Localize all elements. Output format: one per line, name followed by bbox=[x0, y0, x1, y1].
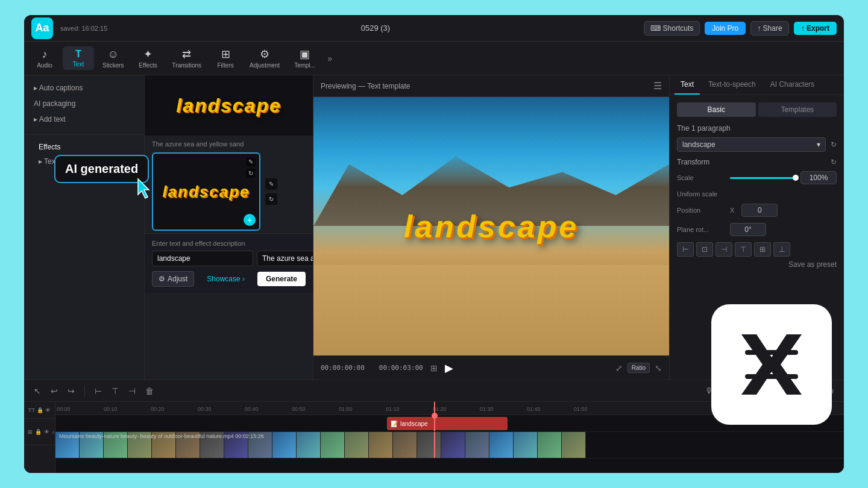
template-item-row: ✎ ↻ landscape + ✎ ↻ bbox=[145, 150, 313, 233]
align-right-btn[interactable]: ⊣ bbox=[715, 242, 732, 257]
svg-marker-0 bbox=[138, 179, 149, 198]
preview-menu-icon[interactable]: ☰ bbox=[653, 80, 662, 92]
transform-title[interactable]: Transform bbox=[677, 158, 709, 166]
play-button[interactable]: ▶ bbox=[445, 361, 453, 375]
scale-value-input[interactable] bbox=[800, 171, 837, 184]
generate-description-input[interactable] bbox=[257, 251, 313, 266]
paragraph-reset-btn[interactable]: ↻ bbox=[831, 140, 837, 149]
thumb-20 bbox=[538, 432, 562, 458]
scale-slider[interactable] bbox=[730, 177, 796, 179]
align-center-btn[interactable]: ⊡ bbox=[696, 242, 713, 257]
tl-grid-icon: ⊞ bbox=[28, 429, 33, 435]
generate-button[interactable]: Generate bbox=[257, 272, 306, 286]
card-refresh-btn[interactable]: ↻ bbox=[246, 169, 256, 178]
paragraph-dropdown[interactable]: landscape ▾ bbox=[677, 137, 826, 152]
export-button[interactable]: ↑ Export bbox=[794, 22, 837, 35]
position-x-input[interactable] bbox=[741, 204, 778, 217]
card-side-actions: ✎ ↻ bbox=[265, 178, 277, 205]
generate-text-input[interactable] bbox=[152, 251, 253, 266]
tab-tts[interactable]: Text-to-speech bbox=[702, 75, 762, 95]
stickers-label: Stickers bbox=[102, 62, 124, 69]
tab-text[interactable]: Text bbox=[675, 75, 700, 95]
card-side-edit[interactable]: ✎ bbox=[265, 178, 277, 190]
templates-label: Templ... bbox=[294, 62, 315, 69]
align-buttons: ⊢ ⊡ ⊣ ⊤ ⊞ ⊥ bbox=[677, 242, 837, 257]
card-side-refresh[interactable]: ↻ bbox=[265, 193, 277, 205]
toolbar-item-transitions[interactable]: ⇄ Transitions bbox=[166, 45, 208, 71]
right-section-tabs: Basic Templates bbox=[677, 102, 837, 117]
thumb-12 bbox=[345, 432, 369, 458]
align-top-btn[interactable]: ⊤ bbox=[735, 242, 752, 257]
tick-140: 01:40 bbox=[527, 406, 541, 412]
ai-generated-tooltip: AI generated bbox=[54, 155, 149, 183]
toolbar-more-button[interactable]: » bbox=[324, 54, 336, 63]
align-left-btn[interactable]: ⊢ bbox=[677, 242, 694, 257]
ai-tooltip-text: AI generated bbox=[65, 162, 138, 175]
ratio-button[interactable]: Ratio bbox=[627, 363, 650, 373]
clip-icon: 📝 bbox=[391, 421, 398, 427]
toolbar-item-templates[interactable]: ▣ Templ... bbox=[288, 45, 321, 71]
text-tool-icon: T bbox=[75, 49, 81, 60]
left-menu: ▸ Auto captions AI packaging ▸ Add text bbox=[24, 75, 144, 132]
toolbar-item-stickers[interactable]: ☺ Stickers bbox=[96, 46, 130, 71]
keyboard-icon: ⌨ bbox=[650, 24, 661, 33]
tl-undo[interactable]: ↩ bbox=[48, 385, 60, 397]
tl-trim-left[interactable]: ⊤ bbox=[109, 385, 121, 397]
uniform-scale-row: Uniform scale bbox=[677, 190, 837, 198]
save-preset-button[interactable]: Save as preset bbox=[677, 257, 837, 272]
adjust-button[interactable]: ⚙ Adjust bbox=[152, 271, 194, 287]
generate-label-btn: Generate bbox=[266, 275, 297, 283]
cursor-tool[interactable]: ↖ bbox=[31, 385, 43, 397]
share-label: Share bbox=[763, 24, 782, 33]
export-label: Export bbox=[807, 24, 829, 33]
card-edit-btn[interactable]: ✎ bbox=[246, 157, 256, 166]
toolbar-item-text[interactable]: T Text bbox=[63, 46, 94, 70]
video-label-text: Mountains beauty-nature beauty- beauty o… bbox=[59, 433, 264, 439]
plane-rot-input[interactable] bbox=[730, 223, 766, 236]
tab-ai-characters[interactable]: AI Characters bbox=[764, 75, 820, 95]
tick-40: 00:40 bbox=[245, 406, 259, 412]
menu-auto-captions[interactable]: ▸ Auto captions bbox=[24, 80, 144, 96]
fullscreen-icon[interactable]: ⤢ bbox=[615, 363, 623, 373]
adjustment-label: Adjustment bbox=[250, 62, 280, 69]
thumb-15 bbox=[417, 432, 441, 458]
video-ctrl-icons: ⤢ Ratio ⤡ bbox=[615, 363, 662, 373]
section-tab-basic[interactable]: Basic bbox=[677, 102, 756, 117]
toolbar-item-effects[interactable]: ✦ Effects bbox=[133, 45, 164, 71]
tl-split[interactable]: ⊢ bbox=[92, 385, 104, 397]
section-tab-templates[interactable]: Templates bbox=[758, 102, 837, 117]
top-bar: Aa saved: 16:02:15 0529 (3) ⌨ Shortcuts … bbox=[24, 15, 844, 42]
tl-redo[interactable]: ↪ bbox=[65, 385, 77, 397]
toolbar-item-adjustment[interactable]: ⚙ Adjustment bbox=[244, 45, 286, 71]
tick-130: 01:30 bbox=[480, 406, 494, 412]
tl-lock2-icon: 🔒 bbox=[35, 429, 42, 435]
transform-reset-btn[interactable]: ↻ bbox=[831, 158, 837, 166]
align-bottom-btn[interactable]: ⊥ bbox=[773, 242, 790, 257]
position-row: Position X bbox=[677, 204, 837, 217]
text-clip[interactable]: 📝 landscape bbox=[387, 417, 508, 430]
align-middle-btn[interactable]: ⊞ bbox=[754, 242, 771, 257]
shortcuts-label: Shortcuts bbox=[663, 24, 694, 33]
tl-delete[interactable]: 🗑 bbox=[143, 385, 156, 397]
share-button[interactable]: ↑ Share bbox=[750, 21, 788, 36]
dropdown-chevron-icon: ▾ bbox=[817, 140, 820, 149]
join-pro-button[interactable]: Join Pro bbox=[705, 22, 746, 35]
tl-audio-icon: ♪ bbox=[52, 429, 55, 435]
menu-ai-packaging[interactable]: AI packaging bbox=[24, 96, 144, 111]
toolbar-item-audio[interactable]: ♪ Audio bbox=[29, 46, 60, 71]
tl-trim-right[interactable]: ⊣ bbox=[126, 385, 138, 397]
tick-10: 00:10 bbox=[104, 406, 118, 412]
grid-icon[interactable]: ⊞ bbox=[430, 363, 438, 373]
template-card-add-button[interactable]: + bbox=[244, 214, 256, 226]
template-card[interactable]: ✎ ↻ landscape + bbox=[152, 152, 260, 231]
playhead[interactable] bbox=[434, 415, 435, 431]
export-icon: ↑ bbox=[801, 24, 805, 33]
right-panel-tabs: Text Text-to-speech AI Characters bbox=[670, 75, 844, 95]
showcase-link[interactable]: Showcase › bbox=[199, 275, 253, 283]
sub-item-effects[interactable]: Effects bbox=[29, 140, 144, 154]
stickers-icon: ☺ bbox=[108, 48, 119, 61]
shortcuts-button[interactable]: ⌨ Shortcuts bbox=[644, 21, 700, 36]
menu-add-text[interactable]: ▸ Add text bbox=[24, 111, 144, 127]
toolbar-item-filters[interactable]: ⊞ Filters bbox=[210, 45, 241, 71]
expand-icon[interactable]: ⤡ bbox=[655, 363, 662, 373]
